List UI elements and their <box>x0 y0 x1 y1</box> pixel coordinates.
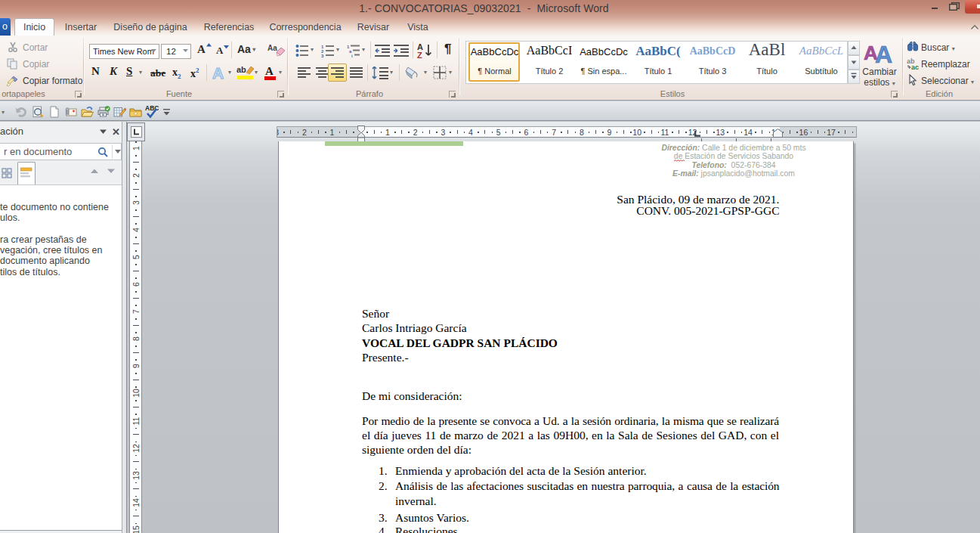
svg-text:i: i <box>351 54 353 57</box>
svg-text:Z: Z <box>417 51 422 59</box>
svg-text:ABC: ABC <box>145 104 159 112</box>
svg-text:A: A <box>265 65 274 77</box>
svg-text:A: A <box>212 64 224 82</box>
svg-text:Aa: Aa <box>267 44 277 52</box>
svg-text:A: A <box>875 41 892 64</box>
svg-text:3: 3 <box>321 54 324 58</box>
svg-text:ab: ab <box>236 65 246 74</box>
svg-text:ac: ac <box>911 64 919 70</box>
